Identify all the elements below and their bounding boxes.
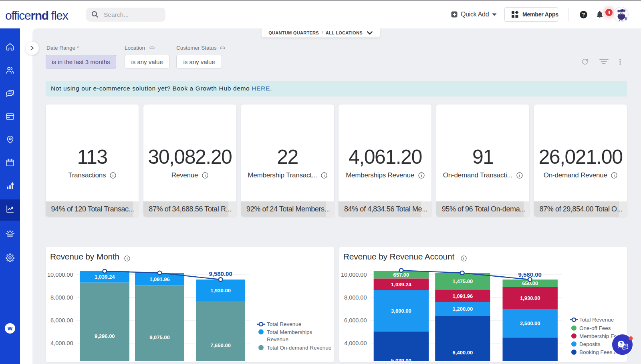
svg-text:6,000.00: 6,000.00 [50,317,73,324]
svg-text:2,500.00: 2,500.00 [520,320,540,326]
svg-text:Revenue: Revenue [267,336,288,342]
svg-text:10,000.00: 10,000.00 [341,271,367,278]
svg-text:Deposits: Deposits [579,341,601,347]
svg-text:9,580.00: 9,580.00 [209,270,232,277]
svg-text:9,075.00: 9,075.00 [149,334,170,340]
svg-text:Total On-demand Revenue: Total On-demand Revenue [267,345,331,351]
svg-text:4,000.00: 4,000.00 [344,340,367,346]
svg-text:1,091.96: 1,091.96 [452,293,473,299]
svg-text:6,400.00: 6,400.00 [452,350,473,356]
svg-text:7,650.00: 7,650.00 [210,342,231,348]
svg-text:8,000.00: 8,000.00 [344,294,367,301]
svg-text:1,091.96: 1,091.96 [149,276,170,282]
svg-text:5,039.00: 5,039.00 [391,358,411,362]
svg-text:1,039.24: 1,039.24 [95,274,115,280]
svg-text:4,000.00: 4,000.00 [50,340,73,346]
svg-text:10,000.00: 10,000.00 [47,271,73,278]
svg-text:8,000.00: 8,000.00 [50,294,73,301]
svg-text:Total Revenue: Total Revenue [267,321,301,327]
svg-text:9,296.00: 9,296.00 [95,333,115,339]
svg-text:One-off Fees: One-off Fees [579,325,611,331]
svg-text:9,580.00: 9,580.00 [518,271,541,278]
svg-text:1,200.00: 1,200.00 [452,306,473,312]
svg-text:1,930.00: 1,930.00 [210,288,231,294]
svg-text:Total Revenue: Total Revenue [579,317,614,323]
svg-text:1,039.24: 1,039.24 [391,282,411,288]
svg-text:1,475.00: 1,475.00 [452,278,473,284]
svg-text:4,500.00: 4,500.00 [520,360,540,362]
svg-text:6,000.00: 6,000.00 [344,317,367,324]
svg-text:Total Memberships: Total Memberships [267,329,312,335]
svg-text:1,930.00: 1,930.00 [520,295,540,301]
svg-text:3,600.00: 3,600.00 [391,308,411,314]
